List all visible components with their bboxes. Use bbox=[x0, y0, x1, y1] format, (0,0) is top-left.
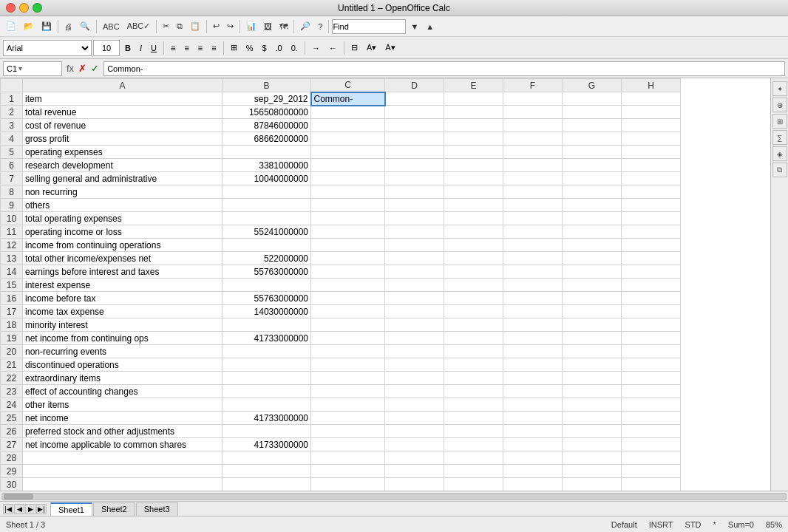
cell-e2[interactable] bbox=[444, 106, 503, 119]
cell-b9[interactable] bbox=[223, 199, 311, 212]
close-button[interactable] bbox=[6, 3, 16, 13]
cell-d21[interactable] bbox=[385, 358, 444, 372]
cell-a12[interactable]: income from continuing operations bbox=[23, 239, 223, 252]
cell-a18[interactable]: minority interest bbox=[23, 318, 223, 332]
cell-d17[interactable] bbox=[385, 305, 444, 318]
cell-h1[interactable] bbox=[622, 92, 681, 106]
cell-f8[interactable] bbox=[503, 185, 563, 199]
cell-e12[interactable] bbox=[444, 239, 503, 252]
new-btn[interactable]: 📄 bbox=[3, 18, 19, 35]
cell-e3[interactable] bbox=[444, 119, 503, 132]
print-btn[interactable]: 🖨 bbox=[61, 18, 75, 35]
cell-f25[interactable] bbox=[503, 412, 563, 425]
cell-f26[interactable] bbox=[503, 425, 563, 438]
sheet-tab-1[interactable]: Sheet1 bbox=[50, 502, 92, 516]
autocorrect-btn[interactable]: ABC✓ bbox=[124, 18, 154, 35]
copy-btn[interactable]: ⧉ bbox=[174, 18, 186, 35]
cell-h16[interactable] bbox=[622, 292, 681, 305]
sidebar-btn-5[interactable]: ◈ bbox=[772, 146, 787, 161]
tab-scroll-last[interactable]: ▶| bbox=[36, 504, 47, 514]
cell-e26[interactable] bbox=[444, 425, 503, 438]
col-header-g[interactable]: G bbox=[563, 79, 622, 92]
cell-c4[interactable] bbox=[311, 132, 385, 146]
cell-f15[interactable] bbox=[503, 279, 563, 292]
cell-h28[interactable] bbox=[622, 451, 681, 465]
cell-c24[interactable] bbox=[311, 398, 385, 412]
cell-f24[interactable] bbox=[503, 398, 563, 412]
currency-btn[interactable]: $ bbox=[258, 40, 270, 56]
cell-h27[interactable] bbox=[622, 438, 681, 451]
cell-g16[interactable] bbox=[563, 292, 622, 305]
bg-color-btn[interactable]: A▾ bbox=[363, 40, 380, 56]
cell-g27[interactable] bbox=[563, 438, 622, 451]
cell-a20[interactable]: non-recurring events bbox=[23, 345, 223, 358]
decrease-decimal-btn[interactable]: 0. bbox=[288, 40, 302, 56]
gallery-btn[interactable]: 🖼 bbox=[261, 18, 275, 35]
maximize-button[interactable] bbox=[33, 3, 42, 13]
cell-c30[interactable] bbox=[311, 478, 385, 491]
cell-g22[interactable] bbox=[563, 372, 622, 385]
cell-e20[interactable] bbox=[444, 345, 503, 358]
cell-d20[interactable] bbox=[385, 345, 444, 358]
cell-h2[interactable] bbox=[622, 106, 681, 119]
cell-e25[interactable] bbox=[444, 412, 503, 425]
align-center-btn[interactable]: ≡ bbox=[180, 40, 192, 56]
col-header-b[interactable]: B bbox=[223, 79, 311, 92]
italic-button[interactable]: I bbox=[136, 40, 146, 56]
help-btn[interactable]: ? bbox=[315, 18, 325, 35]
cell-d26[interactable] bbox=[385, 425, 444, 438]
cell-d24[interactable] bbox=[385, 398, 444, 412]
cell-c25[interactable] bbox=[311, 412, 385, 425]
cell-f30[interactable] bbox=[503, 478, 563, 491]
cell-f29[interactable] bbox=[503, 465, 563, 478]
cell-d10[interactable] bbox=[385, 212, 444, 225]
cell-a22[interactable]: extraordinary items bbox=[23, 372, 223, 385]
sidebar-btn-4[interactable]: ∑ bbox=[772, 130, 787, 145]
cell-g8[interactable] bbox=[563, 185, 622, 199]
cell-c1[interactable]: Common- bbox=[311, 92, 385, 106]
cell-c16[interactable] bbox=[311, 292, 385, 305]
find-next-btn[interactable]: ▲ bbox=[423, 18, 437, 35]
cell-c20[interactable] bbox=[311, 345, 385, 358]
cell-b15[interactable] bbox=[223, 279, 311, 292]
cell-c18[interactable] bbox=[311, 318, 385, 332]
cell-d25[interactable] bbox=[385, 412, 444, 425]
cell-g26[interactable] bbox=[563, 425, 622, 438]
cell-c19[interactable] bbox=[311, 332, 385, 345]
cell-g20[interactable] bbox=[563, 345, 622, 358]
preview-btn[interactable]: 🔍 bbox=[77, 18, 93, 35]
cell-g13[interactable] bbox=[563, 252, 622, 265]
cell-d4[interactable] bbox=[385, 132, 444, 146]
cell-a4[interactable]: gross profit bbox=[23, 132, 223, 146]
cell-c2[interactable] bbox=[311, 106, 385, 119]
cell-e22[interactable] bbox=[444, 372, 503, 385]
cell-f13[interactable] bbox=[503, 252, 563, 265]
cell-g6[interactable] bbox=[563, 159, 622, 172]
cell-c23[interactable] bbox=[311, 385, 385, 398]
cell-b12[interactable] bbox=[223, 239, 311, 252]
cell-b2[interactable]: 156508000000 bbox=[223, 106, 311, 119]
cell-g7[interactable] bbox=[563, 172, 622, 185]
cell-g30[interactable] bbox=[563, 478, 622, 491]
cell-b8[interactable] bbox=[223, 185, 311, 199]
cell-f6[interactable] bbox=[503, 159, 563, 172]
font-color-btn[interactable]: A▾ bbox=[381, 40, 398, 56]
cell-c11[interactable] bbox=[311, 225, 385, 239]
cell-c9[interactable] bbox=[311, 199, 385, 212]
cell-b29[interactable] bbox=[223, 465, 311, 478]
cell-c3[interactable] bbox=[311, 119, 385, 132]
cell-e14[interactable] bbox=[444, 265, 503, 279]
cell-d28[interactable] bbox=[385, 451, 444, 465]
cell-b5[interactable] bbox=[223, 146, 311, 159]
align-left-btn[interactable]: ≡ bbox=[167, 40, 179, 56]
undo-btn[interactable]: ↩ bbox=[210, 18, 223, 35]
tab-scroll-first[interactable]: |◀ bbox=[3, 504, 13, 514]
cell-f20[interactable] bbox=[503, 345, 563, 358]
cell-f28[interactable] bbox=[503, 451, 563, 465]
cell-d14[interactable] bbox=[385, 265, 444, 279]
cell-c8[interactable] bbox=[311, 185, 385, 199]
cell-d3[interactable] bbox=[385, 119, 444, 132]
cell-d27[interactable] bbox=[385, 438, 444, 451]
sidebar-btn-2[interactable]: ⊕ bbox=[772, 98, 787, 112]
cell-f3[interactable] bbox=[503, 119, 563, 132]
